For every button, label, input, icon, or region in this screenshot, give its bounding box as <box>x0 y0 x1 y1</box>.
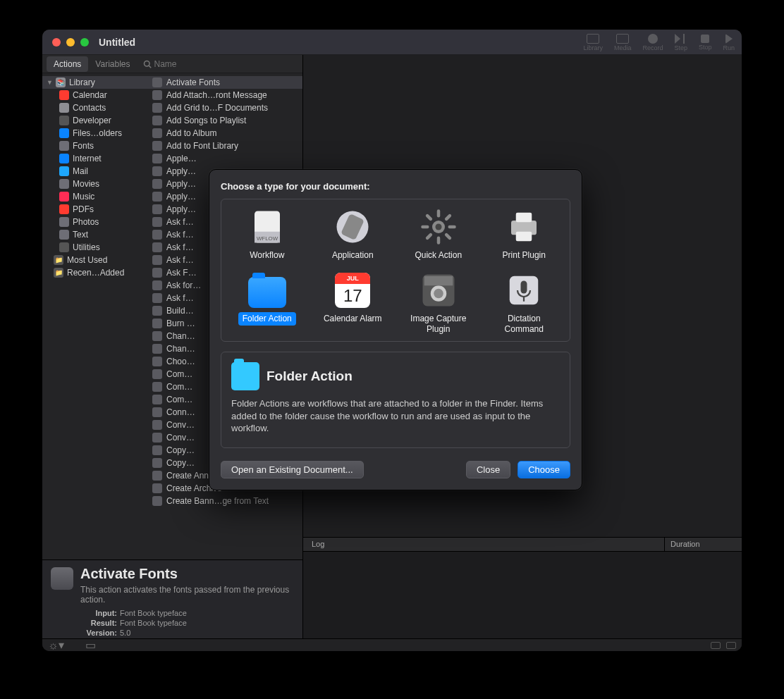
type-label: DictationCommand <box>501 312 548 335</box>
library-item[interactable]: 📁Most Used <box>42 254 148 266</box>
tab-variables[interactable]: Variables <box>88 56 137 72</box>
type-label: Workflow <box>245 249 288 261</box>
log-header: Log Duration <box>303 538 742 552</box>
toolbar-stop-button[interactable]: Stop <box>699 35 712 51</box>
application-icon <box>333 208 372 246</box>
quick-action-icon <box>419 208 458 246</box>
search-field[interactable] <box>137 59 303 69</box>
library-categories[interactable]: ▼📚LibraryCalendarContactsDeveloperFiles…… <box>42 73 148 559</box>
library-item[interactable]: Movies <box>42 178 148 190</box>
svg-rect-18 <box>521 281 527 294</box>
type-label: Quick Action <box>410 249 466 261</box>
library-item[interactable]: ▼📚Library <box>42 76 148 89</box>
selected-type-text: Folder Actions are workflows that are at… <box>231 397 560 435</box>
action-info-icon <box>51 567 73 590</box>
document-type-image-capture-plugin[interactable]: Image CapturePlugin <box>396 268 482 338</box>
document-type-print-plugin[interactable]: Print Plugin <box>482 205 568 264</box>
search-input[interactable] <box>154 59 298 69</box>
action-info-title: Activate Fonts <box>80 566 294 582</box>
window-title: Untitled <box>99 37 135 48</box>
svg-point-0 <box>144 61 149 66</box>
toolbar-step-button[interactable]: Step <box>674 34 687 51</box>
toolbar-library-button[interactable]: Library <box>583 34 603 51</box>
type-label: Image CapturePlugin <box>406 312 470 335</box>
choose-button[interactable]: Choose <box>517 461 570 478</box>
svg-rect-8 <box>437 209 441 217</box>
open-existing-button[interactable]: Open an Existing Document... <box>221 461 364 478</box>
type-label: Print Plugin <box>498 249 550 261</box>
document-type-calendar-alarm[interactable]: Calendar Alarm <box>310 268 396 338</box>
minimize-window-button[interactable] <box>66 38 75 47</box>
svg-point-9 <box>435 224 441 230</box>
type-label: Calendar Alarm <box>319 312 386 325</box>
library-item[interactable]: Internet <box>42 152 148 165</box>
library-item[interactable]: Mail <box>42 165 148 178</box>
dictation-command-icon <box>505 271 543 309</box>
document-type-workflow[interactable]: WFLOWWorkflow <box>224 205 310 264</box>
selected-type-title: Folder Action <box>267 369 353 384</box>
action-item[interactable]: Add Grid to…F Documents <box>148 101 302 114</box>
document-type-quick-action[interactable]: Quick Action <box>396 205 482 264</box>
svg-point-15 <box>434 289 443 299</box>
svg-text:WFLOW: WFLOW <box>257 235 278 242</box>
library-item[interactable]: Fonts <box>42 140 148 152</box>
print-plugin-icon <box>505 208 543 246</box>
zoom-window-button[interactable] <box>80 38 89 47</box>
log-col-log[interactable]: Log <box>303 538 664 551</box>
action-info-meta: Input:Font Book typeface Result:Font Boo… <box>80 609 294 637</box>
toolbar-run-button[interactable]: Run <box>723 34 735 51</box>
calendar-alarm-icon <box>333 271 372 309</box>
svg-line-1 <box>149 66 151 68</box>
selected-type-description: Folder Action Folder Actions are workflo… <box>221 352 570 448</box>
action-item[interactable]: Add to Album <box>148 127 302 140</box>
folder-icon <box>231 362 259 390</box>
action-item[interactable]: Create Bann…ge from Text <box>148 495 302 507</box>
library-item[interactable]: Developer <box>42 114 148 127</box>
toolbar-record-button[interactable]: Record <box>642 34 663 51</box>
statusbar-action-icon[interactable]: ▭ <box>85 638 96 651</box>
svg-rect-11 <box>516 213 532 223</box>
library-item[interactable]: Calendar <box>42 89 148 101</box>
search-icon <box>143 60 152 68</box>
type-label: Application <box>328 249 378 261</box>
close-window-button[interactable] <box>52 38 61 47</box>
titlebar: Untitled LibraryMediaRecordStepStopRun <box>42 30 742 55</box>
workflow-icon: WFLOW <box>248 208 286 246</box>
action-info-desc: This action activates the fonts passed f… <box>80 585 294 605</box>
statusbar: ☼▾ ▭ <box>42 638 742 651</box>
library-item[interactable]: Text <box>42 228 148 241</box>
library-item[interactable]: 📁Recen…Added <box>42 266 148 279</box>
log-pane: Log Duration <box>303 537 742 638</box>
action-item[interactable]: Add to Font Library <box>148 140 302 152</box>
toolbar: LibraryMediaRecordStepStopRun <box>583 30 735 55</box>
view-flow-icon[interactable] <box>726 642 736 649</box>
library-item[interactable]: Utilities <box>42 241 148 254</box>
library-item[interactable]: Photos <box>42 216 148 228</box>
document-type-grid: WFLOWWorkflowApplicationQuick ActionPrin… <box>221 199 570 342</box>
library-item[interactable]: Files…olders <box>42 127 148 140</box>
dialog-buttons: Open an Existing Document... Close Choos… <box>221 461 570 478</box>
action-item[interactable]: Activate Fonts <box>148 76 302 89</box>
document-type-application[interactable]: Application <box>310 205 396 264</box>
image-capture-plugin-icon <box>419 271 458 309</box>
library-item[interactable]: PDFs <box>42 203 148 216</box>
svg-rect-12 <box>516 232 532 242</box>
tab-actions[interactable]: Actions <box>47 56 88 72</box>
log-col-duration[interactable]: Duration <box>664 538 742 551</box>
document-type-folder-action[interactable]: Folder Action <box>224 268 310 338</box>
folder-action-icon <box>248 271 286 309</box>
window-controls <box>52 38 89 47</box>
action-info-pane: Activate Fonts This action activates the… <box>42 559 302 638</box>
library-item[interactable]: Music <box>42 190 148 203</box>
svg-rect-16 <box>424 276 453 286</box>
library-item[interactable]: Contacts <box>42 101 148 114</box>
document-type-dictation-command[interactable]: DictationCommand <box>482 268 568 338</box>
view-list-icon[interactable] <box>711 642 721 649</box>
action-item[interactable]: Add Attach…ront Message <box>148 89 302 101</box>
action-item[interactable]: Apple… <box>148 152 302 165</box>
close-button[interactable]: Close <box>466 461 510 478</box>
action-item[interactable]: Add Songs to Playlist <box>148 114 302 127</box>
toolbar-media-button[interactable]: Media <box>614 34 632 51</box>
dialog-title: Choose a type for your document: <box>221 181 570 192</box>
statusbar-gear-icon[interactable]: ☼▾ <box>48 638 64 651</box>
